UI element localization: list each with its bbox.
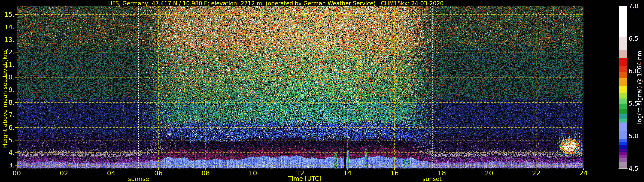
colorbar-segment [619, 50, 627, 57]
x-tick-label: 14 [338, 169, 357, 177]
x-tick-label: 02 [54, 169, 74, 177]
x-axis-label: Time [UTC] [288, 175, 322, 182]
sunrise-line [138, 6, 139, 169]
x-gridline [347, 6, 348, 169]
y-tick-label: 3. [2, 162, 14, 169]
y-tick-mark [15, 14, 17, 15]
colorbar-segment [619, 66, 627, 72]
colorbar-label: log(rc-signal) @ 1064 nm [636, 51, 643, 124]
y-tick-mark [15, 77, 17, 78]
colorbar-segment [619, 103, 627, 109]
colorbar-segment [619, 142, 627, 145]
sunset-line [432, 6, 432, 169]
colorbar-segment [619, 78, 627, 86]
x-tick-label: 06 [149, 169, 168, 177]
y-tick-mark [15, 102, 17, 103]
y-tick-mark [15, 90, 17, 90]
sunrise-label: sunrise [128, 176, 149, 182]
colorbar-tick-label: 4.5 [628, 165, 644, 172]
colorbar-segment [619, 162, 627, 166]
y-tick-label: 15. [2, 11, 14, 18]
colorbar-segment [619, 72, 627, 78]
colorbar-segment [619, 158, 627, 162]
page-title: UFS, Germany; 47.417 N / 10.980 E; eleva… [108, 0, 444, 7]
x-gridline [394, 6, 395, 169]
x-tick-label: 10 [243, 169, 262, 177]
y-tick-mark [15, 140, 17, 140]
y-tick-mark [15, 165, 17, 166]
x-tick-label: 00 [7, 169, 26, 177]
x-gridline [206, 6, 206, 169]
colorbar-segment [619, 93, 627, 98]
x-gridline [64, 6, 64, 169]
x-tick-label: 16 [385, 169, 404, 177]
colorbar-segment [619, 152, 627, 155]
y-tick-mark [15, 27, 17, 27]
x-tick-label: 08 [196, 169, 215, 177]
colorbar-segment [619, 109, 627, 114]
colorbar-segment [619, 145, 627, 149]
colorbar-segment [619, 98, 627, 104]
colorbar-tick-label: 5.0 [628, 133, 644, 139]
y-tick-label: 14. [2, 24, 14, 30]
y-tick-mark [15, 40, 17, 40]
y-tick-mark [15, 152, 17, 153]
colorbar-segment [619, 6, 627, 37]
sunset-label: sunset [422, 176, 442, 182]
x-gridline [489, 6, 489, 169]
y-axis-label: Height above mean sea level [km] [2, 48, 8, 148]
x-tick-label: 20 [479, 169, 499, 177]
colorbar-segment [619, 37, 627, 51]
colorbar-segment [619, 122, 627, 131]
colorbar-segment [619, 131, 627, 139]
figure: UFS, Germany; 47.417 N / 10.980 E; eleva… [0, 0, 644, 182]
y-tick-mark [15, 65, 17, 65]
colorbar-segment [619, 148, 627, 152]
colorbar-segment [619, 165, 627, 169]
y-tick-label: 4. [2, 149, 14, 156]
colorbar-segment [619, 118, 627, 122]
x-gridline [111, 6, 112, 169]
colorbar-segment [619, 57, 627, 66]
colorbar-segment [619, 139, 627, 142]
x-gridline [442, 6, 442, 169]
colorbar-baseline [618, 169, 628, 169]
x-tick-label: 04 [102, 169, 121, 177]
colorbar-segment [619, 114, 627, 119]
y-tick-mark [15, 127, 17, 128]
y-tick-label: 13. [2, 37, 14, 43]
colorbar-segment [619, 86, 627, 93]
x-gridline [158, 6, 159, 169]
x-tick-label: 24 [574, 169, 593, 177]
x-tick-label: 22 [526, 169, 546, 177]
y-tick-mark [15, 115, 17, 115]
x-gridline [536, 6, 536, 169]
x-gridline [300, 6, 300, 169]
colorbar-tick-label: 7.0 [628, 3, 644, 9]
colorbar-tick-label: 6.5 [628, 35, 644, 42]
colorbar-segment [619, 155, 627, 158]
x-gridline [253, 6, 253, 169]
y-tick-mark [15, 52, 17, 52]
